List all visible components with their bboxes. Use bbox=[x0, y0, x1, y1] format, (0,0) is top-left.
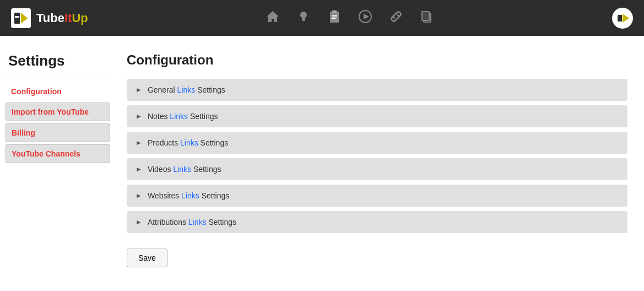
link-icon[interactable] bbox=[389, 9, 403, 27]
accordion-arrow-notes: ► bbox=[136, 112, 142, 120]
accordion-arrow-general: ► bbox=[136, 86, 142, 94]
svg-rect-11 bbox=[332, 18, 335, 19]
accordion-notes[interactable]: ► Notes Links Settings bbox=[127, 105, 627, 127]
accordion-arrow-products: ► bbox=[136, 139, 142, 147]
accordion-videos[interactable]: ► Videos Links Settings bbox=[127, 158, 627, 180]
svg-marker-1 bbox=[21, 13, 28, 24]
save-button[interactable]: Save bbox=[127, 249, 167, 267]
accordion-arrow-attributions: ► bbox=[136, 218, 142, 226]
svg-rect-8 bbox=[332, 10, 337, 13]
accordion-label-general: General Links Settings bbox=[148, 85, 225, 94]
main-container: Settings Configuration Import from YouTu… bbox=[0, 36, 644, 284]
svg-rect-18 bbox=[618, 15, 622, 21]
content-title: Configuration bbox=[127, 52, 627, 68]
copy-icon[interactable] bbox=[420, 9, 434, 27]
accordion-label-websites: Websites Links Settings bbox=[148, 191, 229, 200]
logo-icon bbox=[11, 8, 31, 28]
sidebar-item-youtube-channels[interactable]: YouTube Channels bbox=[6, 144, 110, 163]
svg-rect-10 bbox=[332, 17, 337, 18]
content-area: Configuration ► General Links Settings ►… bbox=[110, 47, 644, 284]
sidebar-divider bbox=[6, 78, 110, 78]
clipboard-icon[interactable] bbox=[327, 9, 342, 27]
home-icon[interactable] bbox=[266, 9, 280, 27]
svg-rect-6 bbox=[302, 20, 305, 21]
logo[interactable]: TubeItUp bbox=[11, 8, 88, 28]
accordion-general[interactable]: ► General Links Settings bbox=[127, 79, 627, 101]
svg-rect-2 bbox=[15, 16, 19, 18]
accordion-attributions[interactable]: ► Attributions Links Settings bbox=[127, 211, 627, 233]
sidebar-item-billing[interactable]: Billing bbox=[6, 123, 110, 142]
idea-icon[interactable] bbox=[296, 9, 311, 27]
svg-rect-0 bbox=[14, 13, 20, 24]
header-nav bbox=[266, 9, 434, 27]
svg-point-4 bbox=[300, 12, 307, 18]
svg-rect-5 bbox=[302, 18, 305, 20]
accordion-arrow-websites: ► bbox=[136, 192, 142, 200]
accordion-arrow-videos: ► bbox=[136, 165, 142, 173]
accordion-label-notes: Notes Links Settings bbox=[148, 112, 218, 121]
header: TubeItUp bbox=[0, 0, 644, 36]
accordion-products[interactable]: ► Products Links Settings bbox=[127, 132, 627, 154]
logo-text: TubeItUp bbox=[36, 11, 88, 25]
svg-marker-3 bbox=[267, 11, 279, 22]
svg-marker-13 bbox=[364, 14, 369, 19]
sidebar-item-configuration[interactable]: Configuration bbox=[6, 83, 110, 100]
play-icon[interactable] bbox=[358, 9, 372, 27]
sidebar: Settings Configuration Import from YouTu… bbox=[0, 47, 110, 284]
sidebar-title: Settings bbox=[6, 47, 110, 78]
accordion-label-products: Products Links Settings bbox=[148, 138, 228, 147]
svg-rect-9 bbox=[332, 15, 337, 16]
sidebar-item-import-from-youtube[interactable]: Import from YouTube bbox=[6, 103, 110, 121]
svg-rect-16 bbox=[422, 12, 429, 20]
avatar[interactable] bbox=[612, 8, 633, 29]
accordion-websites[interactable]: ► Websites Links Settings bbox=[127, 185, 627, 207]
accordion-label-attributions: Attributions Links Settings bbox=[148, 218, 236, 227]
accordion-label-videos: Videos Links Settings bbox=[148, 165, 221, 174]
